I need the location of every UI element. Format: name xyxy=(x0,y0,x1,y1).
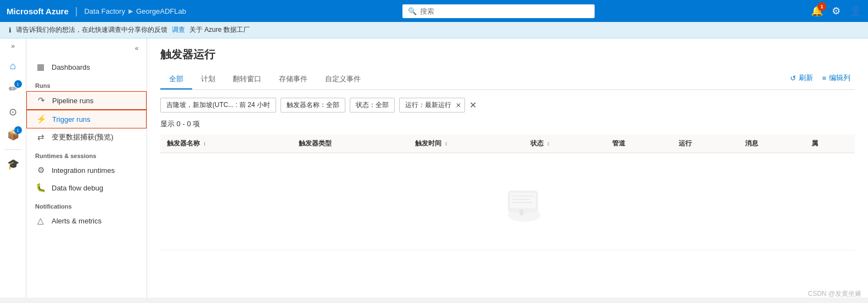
data-flow-debug-icon: 🐛 xyxy=(35,183,46,193)
breadcrumb-lab[interactable]: GeorgeADFLab xyxy=(136,7,186,15)
filter-close-all-button[interactable]: ✕ xyxy=(469,100,477,110)
nav-dashboards[interactable]: ▦ Dashboards xyxy=(26,58,147,76)
tab-all[interactable]: 全部 xyxy=(160,70,192,89)
col-trigger-time-label: 触发时间 xyxy=(415,139,441,147)
sort-icon-status[interactable]: ↕ xyxy=(547,141,550,147)
filter-chip-trigger-name[interactable]: 触发器名称：全部 xyxy=(281,98,345,113)
breadcrumb-arrow: ▶ xyxy=(128,8,133,15)
filter-chip-status[interactable]: 状态：全部 xyxy=(350,98,395,113)
sidebar-divider xyxy=(5,149,21,150)
alerts-metrics-icon: △ xyxy=(35,216,46,226)
col-message: 消息 xyxy=(738,134,805,153)
table-body xyxy=(160,153,855,250)
col-attr-label: 属 xyxy=(811,139,818,147)
sort-icon-trigger-time[interactable]: ↕ xyxy=(445,141,447,147)
filter-chip-time-label: 吉隆坡，新加坡(UTC... : 前 24 小时 xyxy=(166,100,270,110)
edit-columns-icon: ≡ xyxy=(822,74,826,82)
breadcrumb-data-factory[interactable]: Data Factory xyxy=(84,7,125,15)
nav-pipeline-runs[interactable]: ↷ Pipeline runs xyxy=(26,91,147,110)
nav-cdc[interactable]: ⇄ 变更数据捕获(预览) xyxy=(26,128,147,146)
infobar: ℹ 请告诉我们你的想法，在此快速调查中分享你的反馈 调查 关于 Azure 数据… xyxy=(0,22,868,38)
nav-dashboards-label: Dashboards xyxy=(52,63,90,71)
sidebar-package-button[interactable]: 📦 1 xyxy=(2,124,24,146)
info-icon: ℹ xyxy=(9,26,12,34)
filter-chip-run[interactable]: 运行：最新运行 ✕ xyxy=(399,98,465,113)
summary-row: 显示 0 - 0 项 xyxy=(160,119,855,129)
watermark: CSDN @发黄坐瘫 xyxy=(808,289,861,299)
refresh-icon: ↺ xyxy=(790,74,796,82)
nav-integration-runtimes-label: Integration runtimes xyxy=(52,166,115,175)
sidebar-expand-collapse[interactable]: » xyxy=(8,41,19,52)
infobar-suffix: 关于 Azure 数据工厂 xyxy=(189,25,250,35)
refresh-button[interactable]: ↺ 刷新 xyxy=(790,73,813,83)
edit-columns-button[interactable]: ≡ 编辑列 xyxy=(822,73,850,83)
notification-button[interactable]: 🔔 1 xyxy=(811,5,823,17)
topbar-left: Microsoft Azure | Data Factory ▶ GeorgeA… xyxy=(7,5,186,17)
notification-badge: 1 xyxy=(817,2,826,11)
sort-icon-trigger-name[interactable]: ↕ xyxy=(203,141,206,147)
col-pipeline-label: 管道 xyxy=(612,139,625,147)
col-trigger-type-label: 触发器类型 xyxy=(299,139,332,147)
tab-custom-event[interactable]: 自定义事件 xyxy=(316,70,369,89)
trigger-runs-icon: ⚡ xyxy=(36,114,47,124)
nav-trigger-runs-label: Trigger runs xyxy=(52,115,91,124)
nav-trigger-runs[interactable]: ⚡ Trigger runs xyxy=(26,110,147,128)
tabs-row: 全部 计划 翻转窗口 存储事件 自定义事件 ↺ 刷新 ≡ 编辑列 xyxy=(160,70,855,90)
sidebar-monitor-button[interactable]: ⊙ xyxy=(2,101,24,123)
col-trigger-time: 触发时间 ↕ xyxy=(408,134,524,153)
brand-name: Microsoft Azure xyxy=(7,7,69,16)
filter-chip-time[interactable]: 吉隆坡，新加坡(UTC... : 前 24 小时 xyxy=(160,98,276,113)
icon-sidebar: » ⌂ ✏ 1 ⊙ 📦 1 🎓 xyxy=(0,38,26,298)
dashboards-icon: ▦ xyxy=(35,62,46,72)
nav-alerts-metrics[interactable]: △ Alerts & metrics xyxy=(26,212,147,229)
settings-button[interactable]: ⚙ xyxy=(832,5,841,17)
nav-cdc-label: 变更数据捕获(预览) xyxy=(52,132,114,142)
svg-rect-2 xyxy=(510,193,536,208)
data-table: 触发器名称 ↕ 触发器类型 触发时间 ↕ 状态 ↕ 管道 xyxy=(160,134,855,250)
table-header-row: 触发器名称 ↕ 触发器类型 触发时间 ↕ 状态 ↕ 管道 xyxy=(160,134,855,153)
nav-section-notifications: Notifications xyxy=(26,197,147,212)
nav-pipeline-runs-label: Pipeline runs xyxy=(52,97,93,105)
integration-runtimes-icon: ⚙ xyxy=(35,165,46,175)
tab-tumbling[interactable]: 翻转窗口 xyxy=(224,70,270,89)
nav-panel: « ▦ Dashboards Runs ↷ Pipeline runs ⚡ Tr… xyxy=(26,38,147,298)
infobar-message: 请告诉我们你的想法，在此快速调查中分享你的反馈 xyxy=(16,25,167,35)
nav-data-flow-debug[interactable]: 🐛 Data flow debug xyxy=(26,179,147,197)
empty-state-image xyxy=(475,179,541,223)
page-title: 触发器运行 xyxy=(160,47,855,62)
empty-state xyxy=(167,158,848,245)
search-icon: 🔍 xyxy=(408,7,417,15)
col-trigger-name-label: 触发器名称 xyxy=(167,139,200,147)
sidebar-learn-button[interactable]: 🎓 xyxy=(2,153,24,175)
infobar-link[interactable]: 调查 xyxy=(172,25,185,35)
nav-alerts-metrics-label: Alerts & metrics xyxy=(52,217,102,225)
col-trigger-type: 触发器类型 xyxy=(292,134,408,153)
filter-chip-run-remove[interactable]: ✕ xyxy=(456,102,461,109)
tab-schedule[interactable]: 计划 xyxy=(192,70,224,89)
main-layout: » ⌂ ✏ 1 ⊙ 📦 1 🎓 « ▦ Dashboards Runs ↷ Pi… xyxy=(0,38,868,298)
nav-collapse-button[interactable]: « xyxy=(131,43,142,54)
tab-storage-event[interactable]: 存储事件 xyxy=(270,70,316,89)
col-status-label: 状态 xyxy=(530,139,544,147)
table-empty-row xyxy=(160,153,855,250)
filter-chip-run-label: 运行：最新运行 xyxy=(405,100,451,110)
filter-chip-trigger-name-label: 触发器名称：全部 xyxy=(287,100,339,110)
sidebar-home-button[interactable]: ⌂ xyxy=(2,55,24,77)
col-run-label: 运行 xyxy=(679,139,692,147)
tabs-actions: ↺ 刷新 ≡ 编辑列 xyxy=(790,73,855,86)
breadcrumb: Data Factory ▶ GeorgeADFLab xyxy=(84,7,186,15)
search-input[interactable] xyxy=(402,4,595,18)
table-empty-cell xyxy=(160,153,855,250)
search-wrap: 🔍 xyxy=(402,4,595,18)
nav-section-runs: Runs xyxy=(26,76,147,91)
nav-section-runtimes: Runtimes & sessions xyxy=(26,146,147,161)
edit-columns-label: 编辑列 xyxy=(829,73,850,83)
user-avatar[interactable]: 👤 xyxy=(849,5,861,17)
sidebar-edit-button[interactable]: ✏ 1 xyxy=(2,78,24,100)
nav-integration-runtimes[interactable]: ⚙ Integration runtimes xyxy=(26,161,147,179)
col-message-label: 消息 xyxy=(745,139,758,147)
topbar-right: 🔔 1 ⚙ 👤 xyxy=(811,5,861,17)
topbar: Microsoft Azure | Data Factory ▶ GeorgeA… xyxy=(0,0,868,22)
tabs-left: 全部 计划 翻转窗口 存储事件 自定义事件 xyxy=(160,70,369,89)
col-trigger-name: 触发器名称 ↕ xyxy=(160,134,292,153)
